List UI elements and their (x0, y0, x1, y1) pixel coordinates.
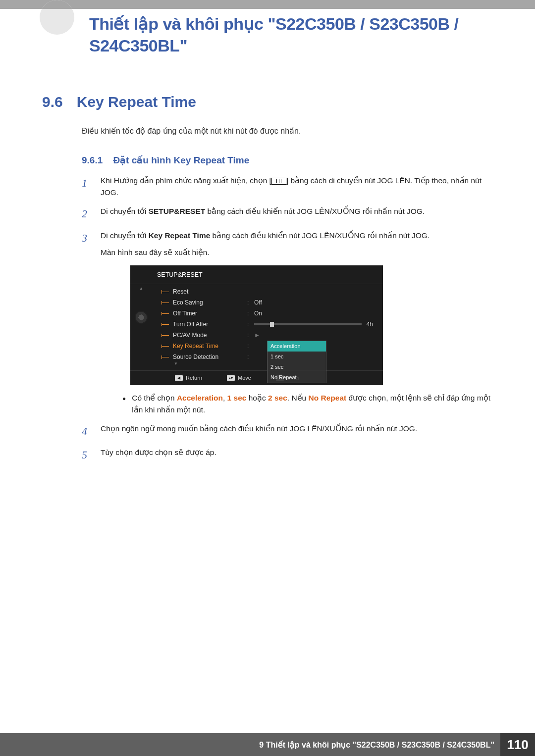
osd-footer: ◀Return ▴▾Move ↵Enter (130, 370, 383, 382)
section-intro: Điều khiển tốc độ đáp ứng của một nút kh… (82, 126, 500, 136)
osd-row-eco: Eco Saving : Off (152, 297, 383, 308)
step-body: Tùy chọn được chọn sẽ được áp. (101, 447, 500, 463)
dropdown-option: 2 sec (268, 362, 326, 372)
step-4: 4 Chọn ngôn ngữ mong muốn bằng cách điều… (82, 423, 500, 440)
step-number: 5 (82, 447, 92, 463)
return-icon: ◀ (175, 375, 183, 381)
slider-track (254, 323, 362, 325)
step-body: Di chuyển tới SETUP&RESET bằng cách điều… (101, 205, 500, 222)
osd-menu: Reset Eco Saving : Off Off Timer (152, 284, 383, 367)
bullet-icon: ● (122, 394, 126, 416)
step-number: 1 (82, 175, 92, 199)
footer-text: 9 Thiết lập và khôi phục "S22C350B / S23… (259, 740, 500, 750)
subsection-heading: 9.6.1 Đặt cấu hình Key Repeat Time (82, 154, 500, 166)
chapter-circle-icon (40, 0, 74, 35)
osd-row-keyrepeat: Key Repeat Time : Acceleration 1 sec 2 s… (152, 341, 383, 352)
step-1: 1 Khi Hướng dẫn phím chức năng xuất hiện… (82, 175, 500, 199)
scroll-up-icon: ▲ (139, 287, 143, 290)
bullet-note: ● Có thể chọn Acceleration, 1 sec hoặc 2… (122, 392, 500, 416)
osd-row-pcav: PC/AV Mode : ► (152, 330, 383, 341)
footer-bar: 9 Thiết lập và khôi phục "S22C350B / S23… (0, 733, 535, 756)
osd-row-reset: Reset (152, 286, 383, 297)
section-number: 9.6 (42, 94, 63, 110)
step-number: 2 (82, 205, 92, 222)
gear-icon (135, 311, 148, 324)
osd-row-turnoffafter: Turn Off After : 4h (152, 319, 383, 330)
step-body: Chọn ngôn ngữ mong muốn bằng cách điều k… (101, 423, 500, 440)
dropdown-option: No Repeat (268, 372, 326, 383)
step-body: Di chuyển tới Key Repeat Time bằng cách … (101, 230, 500, 416)
step-3: 3 Di chuyển tới Key Repeat Time bằng các… (82, 230, 500, 416)
osd-screenshot: SETUP&RESET ▲ Reset (130, 265, 383, 385)
step-2: 2 Di chuyển tới SETUP&RESET bằng cách đi… (82, 205, 500, 222)
page-number: 110 (500, 733, 535, 756)
move-icon: ▴▾ (227, 375, 235, 381)
step-5: 5 Tùy chọn được chọn sẽ được áp. (82, 447, 500, 463)
step-note: Màn hình sau đây sẽ xuất hiện. (101, 247, 500, 258)
step-body: Khi Hướng dẫn phím chức năng xuất hiện, … (101, 175, 500, 199)
subsection-number: 9.6.1 (82, 155, 103, 165)
top-bar (0, 0, 535, 9)
osd-row-offtimer: Off Timer : On (152, 308, 383, 319)
step-number: 4 (82, 423, 92, 440)
menu-icon (271, 178, 286, 185)
osd-row-source: Source Detection : (152, 352, 383, 362)
osd-title: SETUP&RESET (130, 269, 383, 284)
subsection-title: Đặt cấu hình Key Repeat Time (113, 155, 249, 165)
page-title: Thiết lập và khôi phục "S22C350B / S23C3… (89, 13, 500, 56)
section-title: Key Repeat Time (77, 94, 196, 110)
step-number: 3 (82, 230, 92, 416)
dropdown-option: Acceleration (268, 341, 326, 352)
